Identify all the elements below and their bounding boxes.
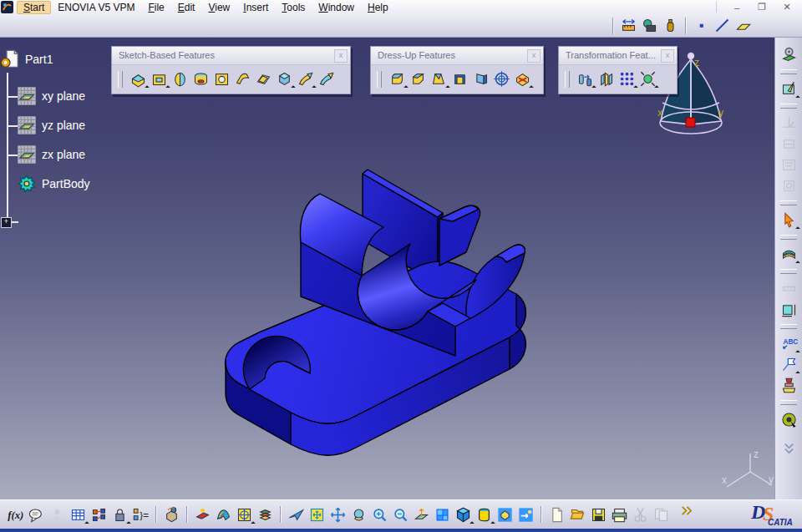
save-icon[interactable] bbox=[588, 504, 609, 525]
point-icon[interactable] bbox=[691, 15, 712, 36]
stiffener-icon[interactable] bbox=[274, 68, 295, 89]
dropdown-arrow-icon[interactable] bbox=[795, 226, 800, 231]
pan-icon[interactable] bbox=[327, 504, 348, 525]
toolbar-grip[interactable] bbox=[280, 506, 282, 523]
edge-fillet-icon[interactable] bbox=[387, 68, 408, 89]
fem-icon[interactable] bbox=[213, 504, 234, 525]
thread-icon[interactable] bbox=[491, 68, 512, 89]
toolbar-grip[interactable] bbox=[780, 324, 797, 329]
shell-icon[interactable] bbox=[449, 68, 470, 89]
menu-file[interactable]: File bbox=[141, 1, 170, 14]
fx-icon[interactable]: f(x) bbox=[5, 504, 26, 525]
menu-help[interactable]: Help bbox=[361, 1, 395, 14]
iso-view-icon[interactable] bbox=[453, 504, 474, 525]
measure-item-icon[interactable] bbox=[779, 299, 799, 320]
toolbar-grip[interactable] bbox=[377, 71, 382, 88]
measure-between-icon[interactable] bbox=[618, 15, 639, 36]
slot-icon[interactable] bbox=[253, 68, 274, 89]
zoom-in-icon[interactable] bbox=[369, 504, 390, 525]
menu-edit[interactable]: Edit bbox=[171, 1, 202, 14]
toolbar-grip[interactable] bbox=[780, 400, 797, 405]
rotate-icon[interactable] bbox=[348, 504, 369, 525]
translation-icon[interactable] bbox=[575, 68, 596, 89]
table-icon[interactable] bbox=[68, 504, 89, 525]
hide-show-icon[interactable] bbox=[495, 504, 515, 525]
thickness-icon[interactable] bbox=[470, 68, 491, 89]
pocket-icon[interactable] bbox=[149, 68, 170, 89]
capture-icon[interactable] bbox=[779, 409, 799, 430]
menu-window[interactable]: Window bbox=[312, 1, 361, 14]
close-icon[interactable]: x bbox=[334, 49, 348, 63]
surfaces-icon[interactable] bbox=[779, 244, 799, 265]
swap-space-icon[interactable] bbox=[515, 504, 536, 525]
toolbar-grip[interactable] bbox=[155, 506, 157, 523]
close-button[interactable]: ✕ bbox=[780, 2, 794, 13]
dropdown-arrow-icon[interactable] bbox=[529, 85, 534, 90]
chamfer-icon[interactable] bbox=[408, 68, 429, 89]
select-icon[interactable] bbox=[779, 210, 799, 231]
flag-note-icon[interactable] bbox=[779, 354, 799, 375]
shaded-view-icon[interactable] bbox=[474, 504, 495, 525]
line-icon[interactable] bbox=[712, 15, 733, 36]
lock-icon[interactable] bbox=[109, 504, 130, 525]
mirror-icon[interactable] bbox=[596, 68, 617, 89]
dropdown-arrow-icon[interactable] bbox=[795, 95, 800, 100]
print-icon[interactable] bbox=[609, 504, 630, 525]
dropdown-arrow-icon[interactable] bbox=[654, 85, 659, 90]
chevrons-right-icon[interactable] bbox=[677, 500, 698, 521]
toolbar-grip[interactable] bbox=[780, 235, 797, 240]
toolbar-grip[interactable] bbox=[118, 71, 123, 88]
toolbar-title[interactable]: Dress-Up Featuresx bbox=[371, 47, 543, 65]
toolbar-title[interactable]: Transformation Feat...x bbox=[559, 47, 677, 65]
tree-label[interactable]: yz plane bbox=[42, 119, 85, 132]
toolbar-grip[interactable] bbox=[780, 104, 797, 109]
toolbar-grip[interactable] bbox=[780, 69, 797, 74]
toolbar-grip[interactable] bbox=[541, 506, 542, 523]
dropdown-arrow-icon[interactable] bbox=[795, 261, 800, 266]
toolbar-grip[interactable] bbox=[565, 71, 570, 88]
tree-node-xy-plane[interactable]: xy plane bbox=[17, 86, 85, 106]
stamp-icon[interactable] bbox=[779, 375, 799, 396]
close-icon[interactable]: x bbox=[661, 49, 674, 63]
rib-icon[interactable] bbox=[232, 68, 253, 89]
comment-icon[interactable] bbox=[26, 504, 47, 525]
menu-view[interactable]: View bbox=[201, 1, 236, 14]
fly-icon[interactable] bbox=[286, 504, 307, 525]
menu-enovia-v5-vpm[interactable]: ENOVIA V5 VPM bbox=[51, 1, 141, 14]
scaling-icon[interactable] bbox=[637, 68, 658, 89]
restore-button[interactable]: ❐ bbox=[755, 2, 769, 13]
minimize-button[interactable]: – bbox=[730, 3, 744, 13]
open-icon[interactable] bbox=[567, 504, 588, 525]
tree-label-part1[interactable]: Part1 bbox=[25, 53, 53, 66]
shaft-icon[interactable] bbox=[170, 68, 190, 89]
quad-view-icon[interactable] bbox=[432, 504, 453, 525]
clash-icon[interactable] bbox=[192, 504, 213, 525]
tree-node-yz-plane[interactable]: yz plane bbox=[17, 115, 85, 135]
toolbar-grip[interactable] bbox=[186, 506, 188, 523]
tree-label[interactable]: zx plane bbox=[42, 148, 85, 161]
menu-start[interactable]: Start bbox=[17, 1, 51, 14]
design-table-icon[interactable] bbox=[89, 504, 109, 525]
toolbar-grip[interactable] bbox=[780, 269, 797, 274]
remove-face-icon[interactable] bbox=[512, 68, 533, 89]
expand-partbody-button[interactable]: + bbox=[1, 217, 12, 228]
tree-node-partbody[interactable]: PartBody bbox=[17, 174, 90, 194]
render-tools-icon[interactable] bbox=[639, 15, 660, 36]
catalog-icon[interactable] bbox=[161, 504, 182, 525]
groove-icon[interactable] bbox=[190, 68, 211, 89]
tree-node-zx-plane[interactable]: zx plane bbox=[17, 144, 85, 165]
draft-angle-icon[interactable] bbox=[429, 68, 449, 89]
pad-icon[interactable] bbox=[128, 68, 149, 89]
plane-icon[interactable] bbox=[733, 15, 754, 36]
new-icon[interactable] bbox=[546, 504, 567, 525]
normal-view-icon[interactable] bbox=[411, 504, 432, 525]
hole-icon[interactable] bbox=[211, 68, 232, 89]
tree-label[interactable]: PartBody bbox=[42, 177, 90, 190]
chevrons-down-icon[interactable] bbox=[779, 438, 799, 459]
text-annotation-icon[interactable]: ABC bbox=[779, 333, 799, 354]
tree-node-part1[interactable]: Part1 bbox=[0, 49, 53, 69]
relations-icon[interactable]: }= bbox=[130, 504, 151, 525]
3d-viewport[interactable]: Part1 xy plane yz plane zx plane PartBod… bbox=[0, 38, 774, 499]
tree-label[interactable]: xy plane bbox=[42, 89, 85, 103]
removed-loft-icon[interactable] bbox=[316, 68, 337, 89]
